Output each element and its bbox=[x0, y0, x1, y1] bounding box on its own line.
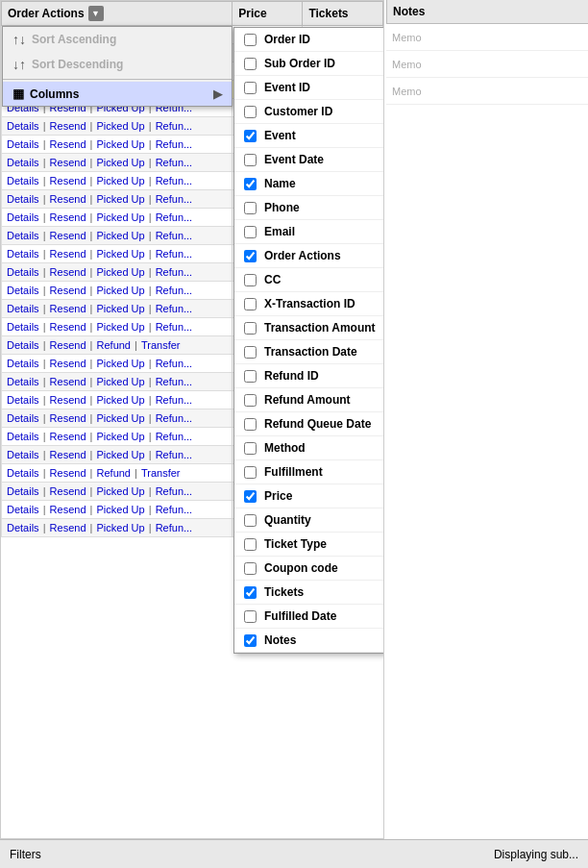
submenu-item-x_transaction_id[interactable]: X-Transaction ID bbox=[234, 292, 384, 316]
details-link[interactable]: Details bbox=[7, 412, 39, 424]
resend-link[interactable]: Resend bbox=[50, 467, 86, 479]
action4-link[interactable]: Refun... bbox=[156, 485, 193, 497]
submenu-item-event[interactable]: Event bbox=[234, 124, 384, 148]
resend-link[interactable]: Resend bbox=[50, 431, 86, 442]
submenu-item-fulfilled_date[interactable]: Fulfilled Date bbox=[234, 605, 384, 629]
order-actions-dropdown-arrow[interactable]: ▼ bbox=[88, 6, 104, 21]
details-link[interactable]: Details bbox=[7, 485, 39, 497]
action3-link[interactable]: Picked Up bbox=[97, 449, 145, 460]
submenu-item-event_date[interactable]: Event Date bbox=[234, 148, 384, 172]
checkbox-tickets[interactable] bbox=[244, 586, 257, 599]
action3-link[interactable]: Picked Up bbox=[97, 412, 145, 424]
resend-link[interactable]: Resend bbox=[50, 339, 86, 351]
action3-link[interactable]: Picked Up bbox=[97, 485, 145, 497]
checkbox-quantity[interactable] bbox=[244, 514, 257, 527]
details-link[interactable]: Details bbox=[7, 449, 39, 460]
resend-link[interactable]: Resend bbox=[50, 138, 86, 150]
action3-link[interactable]: Picked Up bbox=[97, 157, 145, 168]
action3-link[interactable]: Picked Up bbox=[97, 285, 145, 296]
checkbox-order_id[interactable] bbox=[244, 34, 257, 46]
resend-link[interactable]: Resend bbox=[50, 358, 86, 369]
checkbox-refund_queue_date[interactable] bbox=[244, 418, 257, 431]
checkbox-cc[interactable] bbox=[244, 274, 257, 286]
action4-link[interactable]: Refun... bbox=[156, 193, 193, 205]
order-actions-header[interactable]: Order Actions ▼ ↑↓ Sort Ascending ↓↑ Sor… bbox=[2, 2, 233, 26]
submenu-item-notes[interactable]: Notes bbox=[234, 629, 384, 653]
details-link[interactable]: Details bbox=[7, 193, 39, 205]
submenu-item-order_id[interactable]: Order ID bbox=[234, 28, 384, 52]
details-link[interactable]: Details bbox=[7, 376, 39, 387]
checkbox-refund_id[interactable] bbox=[244, 370, 257, 383]
action4-link[interactable]: Refun... bbox=[156, 376, 193, 387]
action4-link[interactable]: Refun... bbox=[156, 522, 193, 533]
resend-link[interactable]: Resend bbox=[50, 157, 86, 168]
details-link[interactable]: Details bbox=[7, 138, 39, 150]
resend-link[interactable]: Resend bbox=[50, 193, 86, 205]
action4-link[interactable]: Refun... bbox=[156, 230, 193, 241]
action4-link[interactable]: Refun... bbox=[156, 303, 193, 314]
checkbox-order_actions[interactable] bbox=[244, 250, 257, 262]
submenu-item-refund_id[interactable]: Refund ID bbox=[234, 364, 384, 388]
submenu-item-name[interactable]: Name bbox=[234, 172, 384, 196]
checkbox-transaction_date[interactable] bbox=[244, 346, 257, 359]
resend-link[interactable]: Resend bbox=[50, 266, 86, 278]
details-link[interactable]: Details bbox=[7, 504, 39, 515]
resend-link[interactable]: Resend bbox=[50, 522, 86, 533]
resend-link[interactable]: Resend bbox=[50, 449, 86, 460]
checkbox-phone[interactable] bbox=[244, 202, 257, 214]
details-link[interactable]: Details bbox=[7, 321, 39, 333]
checkbox-customer_id[interactable] bbox=[244, 106, 257, 118]
action4-link[interactable]: Refun... bbox=[156, 266, 193, 278]
submenu-item-ticket_type[interactable]: Ticket Type bbox=[234, 533, 384, 557]
submenu-item-refund_queue_date[interactable]: Refund Queue Date bbox=[234, 412, 384, 436]
action3-link[interactable]: Refund bbox=[97, 339, 131, 351]
resend-link[interactable]: Resend bbox=[50, 321, 86, 333]
checkbox-price[interactable] bbox=[244, 490, 257, 503]
columns-item[interactable]: ▦ Columns ▶ bbox=[3, 82, 232, 106]
action3-link[interactable]: Picked Up bbox=[97, 138, 145, 150]
submenu-item-method[interactable]: Method bbox=[234, 436, 384, 460]
resend-link[interactable]: Resend bbox=[50, 303, 86, 314]
context-menu[interactable]: ↑↓ Sort Ascending ↓↑ Sort Descending ▦ C… bbox=[2, 26, 233, 107]
action3-link[interactable]: Picked Up bbox=[97, 175, 145, 186]
action3-link[interactable]: Picked Up bbox=[97, 394, 145, 406]
submenu-item-fulfillment[interactable]: Fulfillment bbox=[234, 460, 384, 484]
action3-link[interactable]: Picked Up bbox=[97, 431, 145, 442]
submenu-item-quantity[interactable]: Quantity bbox=[234, 508, 384, 533]
checkbox-ticket_type[interactable] bbox=[244, 538, 257, 551]
checkbox-name[interactable] bbox=[244, 178, 257, 190]
checkbox-email[interactable] bbox=[244, 226, 257, 238]
action4-link[interactable]: Refun... bbox=[156, 504, 193, 515]
action4-link[interactable]: Refun... bbox=[156, 412, 193, 424]
details-link[interactable]: Details bbox=[7, 467, 39, 479]
resend-link[interactable]: Resend bbox=[50, 248, 86, 260]
details-link[interactable]: Details bbox=[7, 394, 39, 406]
submenu-item-tickets[interactable]: Tickets bbox=[234, 581, 384, 605]
checkbox-event_date[interactable] bbox=[244, 154, 257, 166]
submenu-item-cc[interactable]: CC bbox=[234, 268, 384, 292]
resend-link[interactable]: Resend bbox=[50, 504, 86, 515]
details-link[interactable]: Details bbox=[7, 358, 39, 369]
sort-descending-item[interactable]: ↓↑ Sort Descending bbox=[3, 52, 232, 77]
action4-link[interactable]: Refun... bbox=[156, 248, 193, 260]
submenu-item-customer_id[interactable]: Customer ID bbox=[234, 100, 384, 124]
submenu-item-transaction_date[interactable]: Transaction Date bbox=[234, 340, 384, 364]
action3-link[interactable]: Refund bbox=[97, 467, 131, 479]
action4-link[interactable]: Refun... bbox=[156, 358, 193, 369]
action3-link[interactable]: Picked Up bbox=[97, 193, 145, 205]
resend-link[interactable]: Resend bbox=[50, 230, 86, 241]
details-link[interactable]: Details bbox=[7, 248, 39, 260]
action4-link[interactable]: Refun... bbox=[156, 449, 193, 460]
action4-link[interactable]: Refun... bbox=[156, 394, 193, 406]
checkbox-sub_order_id[interactable] bbox=[244, 58, 257, 70]
action3-link[interactable]: Picked Up bbox=[97, 504, 145, 515]
columns-submenu[interactable]: Order IDSub Order IDEvent IDCustomer IDE… bbox=[233, 27, 384, 654]
resend-link[interactable]: Resend bbox=[50, 175, 86, 186]
checkbox-transaction_amount[interactable] bbox=[244, 322, 257, 335]
action4-link[interactable]: Refun... bbox=[156, 431, 193, 442]
resend-link[interactable]: Resend bbox=[50, 412, 86, 424]
action4-link[interactable]: Refun... bbox=[156, 321, 193, 333]
checkbox-event_id[interactable] bbox=[244, 82, 257, 94]
details-link[interactable]: Details bbox=[7, 285, 39, 296]
checkbox-event[interactable] bbox=[244, 130, 257, 142]
